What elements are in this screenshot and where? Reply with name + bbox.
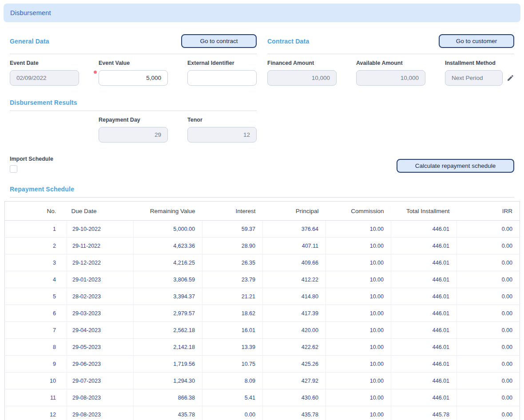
cell-remaining-value: 866.38 bbox=[134, 389, 202, 406]
cell-due-date: 29-05-2023 bbox=[67, 339, 134, 356]
cell-principal: 420.00 bbox=[263, 322, 326, 339]
table-row[interactable]: 729-04-20232,562.1816.01420.0010.00446.0… bbox=[5, 322, 520, 339]
calculate-repayment-schedule-button[interactable]: Calculate repayment schedule bbox=[397, 159, 514, 173]
cell-remaining-value: 4,623.36 bbox=[134, 238, 202, 254]
available-amount-label: Available Amount bbox=[356, 60, 425, 66]
cell-interest: 0.00 bbox=[202, 406, 263, 420]
cell-irr: 0.00 bbox=[457, 322, 520, 339]
go-to-contract-button[interactable]: Go to contract bbox=[181, 34, 257, 48]
cell-commission: 10.00 bbox=[326, 221, 391, 238]
external-identifier-input[interactable] bbox=[187, 70, 257, 86]
cell-total-installment: 446.01 bbox=[391, 221, 457, 238]
cell-commission: 10.00 bbox=[326, 406, 391, 420]
cell-no: 3 bbox=[5, 254, 67, 271]
repayment-schedule-title: Repayment Schedule bbox=[10, 186, 514, 193]
column-header-remaining-value: Remaining Value bbox=[134, 202, 202, 221]
repayment-day-label: Repayment Day bbox=[99, 117, 168, 123]
cell-commission: 10.00 bbox=[326, 389, 391, 406]
event-value-input[interactable] bbox=[99, 70, 168, 86]
cell-no: 2 bbox=[5, 238, 67, 254]
cell-principal: 430.60 bbox=[263, 389, 326, 406]
cell-principal: 409.66 bbox=[263, 254, 326, 271]
cell-no: 5 bbox=[5, 288, 67, 305]
cell-irr: 0.00 bbox=[457, 406, 520, 420]
cell-remaining-value: 2,562.18 bbox=[134, 322, 202, 339]
cell-no: 10 bbox=[5, 372, 67, 389]
cell-principal: 407.11 bbox=[263, 238, 326, 254]
cell-commission: 10.00 bbox=[326, 254, 391, 271]
cell-no: 12 bbox=[5, 406, 67, 420]
pencil-icon[interactable] bbox=[507, 74, 514, 82]
table-row[interactable]: 1229-08-2023435.780.00435.7810.00445.780… bbox=[5, 406, 520, 420]
cell-principal: 427.92 bbox=[263, 372, 326, 389]
cell-total-installment: 445.78 bbox=[391, 406, 457, 420]
cell-no: 7 bbox=[5, 322, 67, 339]
cell-no: 6 bbox=[5, 305, 67, 322]
column-header-due-date: Due Date bbox=[67, 202, 134, 221]
cell-no: 11 bbox=[5, 389, 67, 406]
cell-principal: 376.64 bbox=[263, 221, 326, 238]
cell-total-installment: 446.01 bbox=[391, 372, 457, 389]
cell-interest: 13.39 bbox=[202, 339, 263, 356]
cell-irr: 0.00 bbox=[457, 339, 520, 356]
external-identifier-label: External Identifier bbox=[187, 60, 257, 66]
cell-principal: 422.62 bbox=[263, 339, 326, 356]
column-header-irr: IRR bbox=[457, 202, 520, 221]
cell-interest: 16.01 bbox=[202, 322, 263, 339]
cell-irr: 0.00 bbox=[457, 254, 520, 271]
cell-commission: 10.00 bbox=[326, 339, 391, 356]
cell-remaining-value: 3,806.59 bbox=[134, 271, 202, 288]
cell-commission: 10.00 bbox=[326, 288, 391, 305]
column-header-commission: Commission bbox=[326, 202, 391, 221]
cell-no: 8 bbox=[5, 339, 67, 356]
available-amount-input bbox=[356, 70, 425, 86]
financed-amount-input bbox=[267, 70, 337, 86]
table-row[interactable]: 528-02-20233,394.3721.21414.8010.00446.0… bbox=[5, 288, 520, 305]
cell-no: 1 bbox=[5, 221, 67, 238]
cell-due-date: 29-10-2022 bbox=[67, 221, 134, 238]
table-row[interactable]: 329-12-20224,216.2526.35409.6610.00446.0… bbox=[5, 254, 520, 271]
table-row[interactable]: 1129-08-2023866.385.41430.6010.00446.010… bbox=[5, 389, 520, 406]
repayment-schedule-table: No.Due DateRemaining ValueInterestPrinci… bbox=[4, 201, 520, 420]
cell-interest: 26.35 bbox=[202, 254, 263, 271]
column-header-total-installment: Total Installment bbox=[391, 202, 457, 221]
cell-due-date: 29-08-2023 bbox=[67, 389, 134, 406]
cell-interest: 10.75 bbox=[202, 356, 263, 372]
cell-due-date: 29-06-2023 bbox=[67, 356, 134, 372]
cell-interest: 28.90 bbox=[202, 238, 263, 254]
cell-remaining-value: 4,216.25 bbox=[134, 254, 202, 271]
cell-principal: 425.26 bbox=[263, 356, 326, 372]
table-row[interactable]: 829-05-20232,142.1813.39422.6210.00446.0… bbox=[5, 339, 520, 356]
column-header-principal: Principal bbox=[263, 202, 326, 221]
section-divider bbox=[267, 54, 514, 54]
tenor-input bbox=[187, 127, 257, 143]
go-to-customer-button[interactable]: Go to customer bbox=[439, 34, 514, 48]
cell-remaining-value: 2,979.57 bbox=[134, 305, 202, 322]
cell-interest: 59.37 bbox=[202, 221, 263, 238]
cell-principal: 417.39 bbox=[263, 305, 326, 322]
cell-due-date: 29-04-2023 bbox=[67, 322, 134, 339]
cell-remaining-value: 435.78 bbox=[134, 406, 202, 420]
cell-remaining-value: 5,000.00 bbox=[134, 221, 202, 238]
cell-irr: 0.00 bbox=[457, 288, 520, 305]
table-row[interactable]: 1029-07-20231,294.308.09427.9210.00446.0… bbox=[5, 372, 520, 389]
cell-commission: 10.00 bbox=[326, 322, 391, 339]
table-row[interactable]: 429-01-20233,806.5923.79412.2210.00446.0… bbox=[5, 271, 520, 288]
table-row[interactable]: 129-10-20225,000.0059.37376.6410.00446.0… bbox=[5, 221, 520, 238]
cell-principal: 435.78 bbox=[263, 406, 326, 420]
general-data-title: General Data bbox=[10, 38, 49, 45]
table-row[interactable]: 629-03-20232,979.5718.62417.3910.00446.0… bbox=[5, 305, 520, 322]
cell-commission: 10.00 bbox=[326, 372, 391, 389]
cell-total-installment: 446.01 bbox=[391, 356, 457, 372]
contract-data-section: Contract Data Go to customer Financed Am… bbox=[267, 34, 514, 86]
cell-commission: 10.00 bbox=[326, 356, 391, 372]
cell-irr: 0.00 bbox=[457, 271, 520, 288]
table-row[interactable]: 929-06-20231,719.5610.75425.2610.00446.0… bbox=[5, 356, 520, 372]
cell-remaining-value: 1,294.30 bbox=[134, 372, 202, 389]
page-title: Disbursement bbox=[4, 4, 520, 22]
import-schedule-checkbox[interactable] bbox=[10, 165, 17, 173]
table-row[interactable]: 229-11-20224,623.3628.90407.1110.00446.0… bbox=[5, 238, 520, 254]
cell-due-date: 29-01-2023 bbox=[67, 271, 134, 288]
tenor-label: Tenor bbox=[187, 117, 257, 123]
disbursement-results-title: Disbursement Results bbox=[10, 99, 77, 106]
